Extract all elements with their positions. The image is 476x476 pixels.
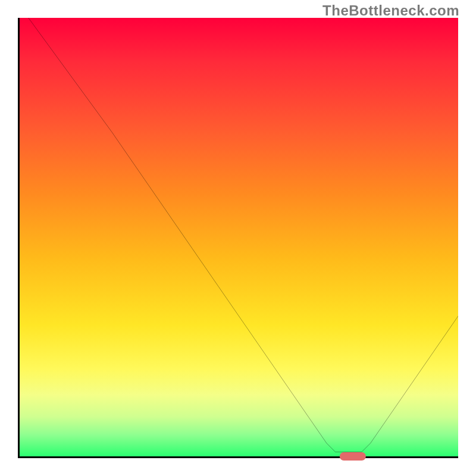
plot-area — [18, 18, 458, 458]
bottleneck-chart: TheBottleneck.com — [0, 0, 476, 476]
gradient-background — [20, 18, 458, 456]
watermark-text: TheBottleneck.com — [322, 2, 459, 19]
optimal-marker — [340, 452, 366, 461]
